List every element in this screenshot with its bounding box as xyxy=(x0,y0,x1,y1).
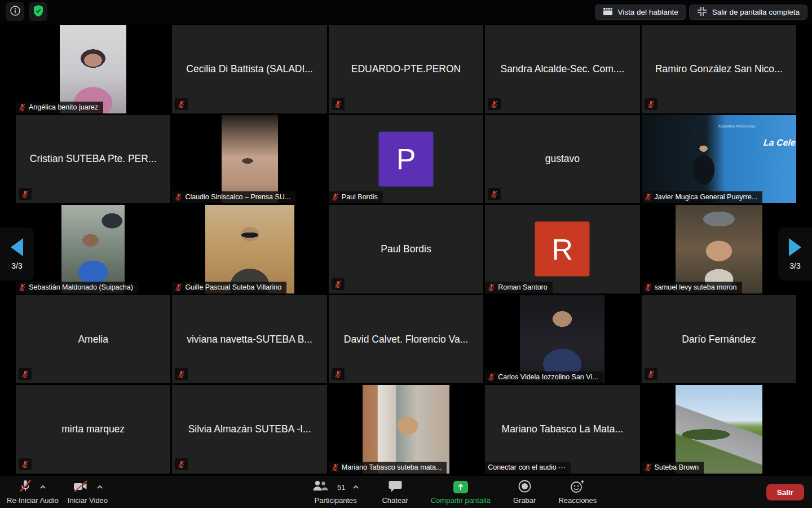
participants-count: 51 xyxy=(337,483,345,492)
participant-name: David Calvet. Florencio Va... xyxy=(329,295,483,384)
muted-mic-icon xyxy=(19,368,32,380)
leave-button[interactable]: Salir xyxy=(766,484,804,500)
chat-button[interactable]: Chatear xyxy=(377,476,412,508)
participant-tile[interactable]: RRoman Santoro xyxy=(485,205,639,294)
reactions-button[interactable]: Reacciones xyxy=(554,476,601,508)
participant-name: Ramiro González San Nico... xyxy=(642,25,796,113)
participant-label-text: Paul Bordis xyxy=(342,193,378,201)
audio-options-caret[interactable] xyxy=(39,485,46,489)
participant-label: Sebastián Maldonado (Suipacha) xyxy=(16,282,138,294)
muted-mic-icon xyxy=(645,368,657,380)
participant-tile[interactable]: PLENARIO PROVINCIALLa CelesJavier Mugica… xyxy=(642,115,796,204)
muted-mic-icon xyxy=(332,278,345,290)
video-thumbnail xyxy=(222,115,278,204)
participant-label-text: samuel levy suteba moron xyxy=(655,283,737,291)
participants-button[interactable]: 51 Participantes xyxy=(307,476,364,508)
participant-tile[interactable]: gustavo xyxy=(485,115,639,204)
participant-avatar: P xyxy=(378,132,433,186)
participant-name: EDUARDO-PTE.PERON xyxy=(329,25,483,113)
participant-tile[interactable]: Guille Pascual Suteba Villarino xyxy=(172,205,326,294)
participant-tile[interactable]: Claudio Siniscalco – Prensa SU... xyxy=(172,115,326,204)
participant-tile[interactable]: viviana navetta-SUTEBA B... xyxy=(172,295,326,384)
video-thumbnail xyxy=(60,25,126,113)
video-grid: Angélica benito juarezCecilia Di Battist… xyxy=(16,25,796,474)
info-icon xyxy=(10,5,21,19)
participant-tile[interactable]: Darío Fernández xyxy=(642,295,796,384)
participant-tile[interactable]: samuel levy suteba moron xyxy=(642,205,796,294)
participant-name: Darío Fernández xyxy=(642,295,796,384)
participant-tile[interactable]: Mariano Tabasco La Mata...Conectar con e… xyxy=(485,385,639,474)
next-page-button[interactable]: 3/3 xyxy=(778,227,812,281)
meeting-info-button[interactable] xyxy=(6,2,24,21)
share-screen-icon xyxy=(453,481,468,493)
participant-tile[interactable]: mirta marquez xyxy=(16,385,170,474)
speaker-view-button[interactable]: Vista del hablante xyxy=(595,5,686,20)
unmute-audio-button[interactable]: Re-Iniciar Audio xyxy=(2,476,63,508)
muted-mic-icon xyxy=(645,463,652,471)
previous-page-button[interactable]: 3/3 xyxy=(0,227,34,281)
participant-tile[interactable]: Cristian SUTEBA Pte. PER... xyxy=(16,115,170,204)
participants-icon xyxy=(312,480,329,494)
participant-tile[interactable]: Silvia Almazán SUTEBA -I... xyxy=(172,385,326,474)
participant-name: Amelia xyxy=(16,295,170,384)
participant-tile[interactable]: Amelia xyxy=(16,295,170,384)
muted-mic-icon xyxy=(19,188,32,200)
participant-tile[interactable]: Mariano Tabasco suteba mata... xyxy=(329,385,483,474)
participant-tile[interactable]: PPaul Bordis xyxy=(329,115,483,204)
participant-tile[interactable]: Sandra Alcalde-Sec. Com.... xyxy=(485,25,639,113)
participant-tile[interactable]: Cecilia Di Battista (SALADI... xyxy=(172,25,326,113)
participant-label: samuel levy suteba moron xyxy=(642,282,742,294)
muted-mic-icon xyxy=(488,188,501,200)
video-thumbnail xyxy=(205,205,294,294)
muted-mic-icon xyxy=(332,368,345,380)
participant-name: Mariano Tabasco La Mata... xyxy=(485,385,639,474)
participant-name: Paul Bordis xyxy=(329,205,483,294)
participant-tile[interactable]: EDUARDO-PTE.PERON xyxy=(329,25,483,113)
participant-tile[interactable]: Sebastián Maldonado (Suipacha) xyxy=(16,205,170,294)
participant-name: gustavo xyxy=(485,115,639,204)
exit-fullscreen-button[interactable]: Salir de pantalla completa xyxy=(689,5,807,20)
muted-mic-icon xyxy=(332,193,339,201)
participant-tile[interactable]: Angélica benito juarez xyxy=(16,25,170,113)
participant-tile[interactable]: Carlos Videla Iozzolino San Vi... xyxy=(485,295,639,384)
security-button[interactable] xyxy=(29,2,47,21)
participant-label-text: Guille Pascual Suteba Villarino xyxy=(185,283,281,291)
participant-label: Roman Santoro xyxy=(485,282,553,294)
shield-check-icon xyxy=(33,5,44,19)
participants-label: Participantes xyxy=(315,496,357,505)
triangle-left-icon xyxy=(11,238,23,256)
participant-tile[interactable]: Suteba Brown xyxy=(642,385,796,474)
participant-label-text: Javier Mugica General Pueyrre... xyxy=(655,193,758,201)
reactions-label: Reacciones xyxy=(558,496,597,505)
chat-label: Chatear xyxy=(382,496,408,505)
muted-mic-icon xyxy=(645,283,652,291)
participant-tile[interactable]: David Calvet. Florencio Va... xyxy=(329,295,483,384)
start-video-label: Iniciar Video xyxy=(68,496,108,505)
presentation-subtitle-text: PLENARIO PROVINCIAL xyxy=(718,125,756,128)
participants-caret[interactable] xyxy=(352,485,359,489)
participant-label: Mariano Tabasco suteba mata... xyxy=(329,462,447,474)
participant-tile[interactable]: Paul Bordis xyxy=(329,205,483,294)
participant-name: viviana navetta-SUTEBA B... xyxy=(172,295,326,384)
muted-mic-icon xyxy=(19,458,32,470)
share-screen-button[interactable]: Compartir pantalla xyxy=(426,476,495,508)
record-button[interactable]: Grabar xyxy=(509,476,540,508)
chat-icon xyxy=(388,480,403,495)
unmute-audio-label: Re-Iniciar Audio xyxy=(7,496,59,505)
start-video-button[interactable]: Iniciar Video xyxy=(63,476,112,508)
participant-label: Angélica benito juarez xyxy=(16,102,103,113)
participant-name: Silvia Almazán SUTEBA -I... xyxy=(172,385,326,474)
video-thumbnail xyxy=(363,385,449,474)
muted-mic-icon xyxy=(488,373,495,381)
participant-tile[interactable]: Ramiro González San Nico... xyxy=(642,25,796,113)
toolbar-center-group: 51 Participantes Chatear Compartir pan xyxy=(307,476,601,508)
presentation-title-text: La Celes xyxy=(763,138,796,148)
participant-label: Paul Bordis xyxy=(329,191,383,203)
video-options-caret[interactable] xyxy=(96,485,103,489)
muted-mic-icon xyxy=(488,283,495,291)
participant-name: Cecilia Di Battista (SALADI... xyxy=(172,25,326,113)
muted-mic-icon xyxy=(645,98,657,110)
record-label: Grabar xyxy=(513,496,536,505)
muted-mic-icon xyxy=(19,103,26,111)
participant-avatar: R xyxy=(535,222,590,277)
